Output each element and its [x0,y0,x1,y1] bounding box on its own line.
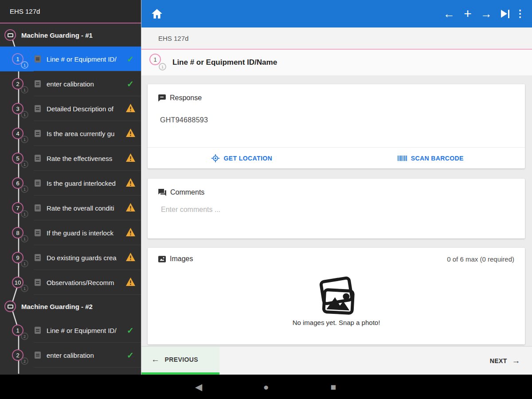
item-sub-badge: 1 [21,210,28,218]
next-arrow-icon: → [512,356,520,366]
item-status: ✓ [125,325,136,336]
android-recents-icon[interactable]: ■ [328,382,339,392]
item-type-icon [35,105,41,112]
back-arrow-icon[interactable]: ← [440,0,458,27]
item-status: ✓ [125,203,136,213]
skip-bar [508,10,509,18]
item-status: ✓ [125,253,136,263]
previous-label: PREVIOUS [164,356,198,363]
sidebar-item[interactable]: 7 1 Rate the overall conditi ✓ [0,196,141,220]
next-button[interactable]: NEXT → [490,347,532,375]
sidebar-item[interactable]: 9 1 Do existing guards crea ✓ [0,245,141,270]
warning-icon [126,253,135,263]
item-sub-badge: 1 [21,61,28,69]
item-status: ✓ [125,54,136,64]
get-location-button[interactable]: GET LOCATION [148,148,336,168]
item-sub-badge: 1 [21,160,28,168]
previous-button[interactable]: ← PREVIOUS [141,347,219,375]
item-type-icon [35,229,41,236]
sidebar-item[interactable]: 1 1 Line # or Equipment ID/ ✓ [0,47,141,71]
question-header: 1 1 Line # or Equipment ID/Name [141,50,532,75]
images-empty-text: No images yet. Snap a photo! [293,319,380,326]
item-type-icon [35,155,41,162]
add-icon[interactable]: + [458,0,477,27]
skip-to-end-icon[interactable] [496,10,514,18]
item-label: If the guard is interlock [47,229,123,237]
comments-card: Comments [148,179,525,239]
response-icon [158,94,166,102]
comments-input[interactable] [160,205,488,214]
previous-arrow-icon: ← [151,355,160,364]
item-status: ✓ [125,104,136,114]
item-status: ✓ [125,79,136,89]
check-icon: ✓ [127,350,134,360]
item-sub-badge: 1 [21,235,28,243]
android-back-icon[interactable]: ◀ [193,382,204,392]
question-sub-number: 1 [159,63,166,70]
item-sub-badge: 1 [21,111,28,118]
sidebar-item[interactable]: 8 1 If the guard is interlock ✓ [0,220,141,245]
scan-barcode-label: SCAN BARCODE [411,155,464,162]
item-type-icon [35,327,41,334]
item-label: Is the area currently gu [47,130,123,137]
pager-footer: ← PREVIOUS NEXT → [141,347,532,375]
response-card-header: Response [158,94,514,102]
get-location-label: GET LOCATION [223,155,272,162]
images-empty-state[interactable]: No images yet. Snap a photo! [158,263,514,339]
comments-icon [158,189,166,196]
overflow-menu-icon[interactable]: ⋮ [514,0,526,27]
sidebar-section-header[interactable]: Machine Guarding - #1 [0,23,141,47]
sidebar-item[interactable]: 4 1 Is the area currently gu ✓ [0,121,141,146]
home-icon[interactable] [151,8,163,19]
comments-card-header: Comments [158,188,514,196]
item-sub-badge: 2 [21,332,28,340]
question-sidebar: EHS 127d Machine Guarding - #1 1 1 Line … [0,0,141,375]
android-home-icon[interactable]: ● [261,382,271,392]
sidebar-item[interactable]: 5 1 Rate the effectiveness ✓ [0,146,141,171]
item-status: ✓ [125,278,136,288]
item-label: Do existing guards crea [47,254,123,262]
gps-icon [211,154,219,162]
item-type-icon [35,80,41,87]
warning-icon [126,129,135,139]
item-sub-badge: 2 [21,357,28,365]
breadcrumb-label: EHS 127d [158,35,188,42]
item-label: Line # or Equipment ID/ [47,327,123,334]
sidebar-item[interactable]: 3 1 Detailed Description of ✓ [0,96,141,121]
warning-icon [126,228,135,238]
skip-triangle [501,10,507,18]
item-label: Rate the overall conditi [47,204,123,212]
item-type-icon [35,204,41,211]
response-value[interactable]: GHT94688593 [160,116,514,124]
item-sub-badge: 1 [21,185,28,193]
question-content: Response GHT94688593 [141,75,532,347]
sidebar-item[interactable]: 2 2 enter calibration ✓ [0,343,141,368]
sidebar-title: EHS 127d [10,8,40,15]
item-status: ✓ [125,178,136,188]
main-panel: ← + → ⋮ EHS 127d 1 1 Line # or Equipment… [141,0,532,375]
sidebar-item[interactable]: 6 1 Is the guard interlocked ✓ [0,171,141,196]
sidebar-item[interactable]: 1 2 Line # or Equipment ID/ ✓ [0,318,141,343]
forward-arrow-icon[interactable]: → [477,0,496,27]
item-status: ✓ [125,228,136,238]
scan-barcode-button[interactable]: SCAN BARCODE [336,148,525,168]
section-label: Machine Guarding - #1 [21,31,93,39]
images-card: Images 0 of 6 max (0 required) [148,248,525,344]
item-type-icon [35,254,41,261]
section-card-icon [4,301,16,312]
item-type-icon [35,130,41,137]
warning-icon [126,203,135,213]
item-label: enter calibration [47,80,123,88]
check-icon: ✓ [127,54,134,64]
item-type-icon [35,180,41,187]
check-icon: ✓ [127,79,134,89]
sidebar-item[interactable]: 10 1 Observations/Recomm ✓ [0,270,141,295]
item-type-icon [35,55,41,63]
sidebar-section-header[interactable]: Machine Guarding - #2 [0,295,141,318]
response-card: Response GHT94688593 [148,84,525,168]
item-label: Detailed Description of [47,105,123,113]
sidebar-section-list: Machine Guarding - #1 1 1 Line # or Equi… [0,23,141,368]
question-title: Line # or Equipment ID/Name [172,58,277,67]
comments-label: Comments [170,188,204,196]
sidebar-item[interactable]: 2 1 enter calibration ✓ [0,71,141,96]
